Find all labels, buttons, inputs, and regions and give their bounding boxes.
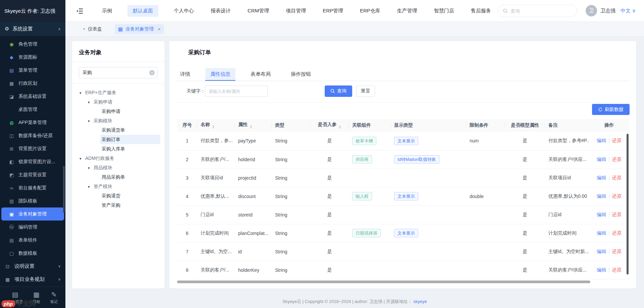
sidebar-item-system-base-settings[interactable]: ◪ 系统基础设置 [0,90,65,103]
tree-node-purchase-inbound-order[interactable]: 采购入库单 [72,144,164,153]
tab-details[interactable]: 详情 [175,68,195,81]
nav-item-report-design[interactable]: 报表设计 [209,5,232,17]
gauge-icon: ◔ [82,26,85,32]
reset-button[interactable]: 重置 [356,85,375,97]
nav-item-production[interactable]: 生产管理 [396,5,419,17]
keyword-input[interactable] [205,85,268,97]
tree-node-asset-purchase-return[interactable]: 采购退货 [72,191,164,200]
chevron-down-icon: ∨ [58,264,61,268]
tree-node-supplies-module[interactable]: ▾用品模块 [72,163,164,172]
restore-link[interactable]: 还原 [612,157,622,162]
edit-link[interactable]: 编辑 [597,230,606,236]
col-attr: 属性▲▼ [235,119,272,132]
edit-link[interactable]: 编辑 [597,193,606,199]
vertical-scrollbar[interactable] [627,134,629,274]
language-switcher[interactable]: 中文 ∨ [621,8,636,14]
tree-node-purchase-order[interactable]: 采购订单 [100,135,160,144]
sidebar-item-form-components[interactable]: ▤ 表单组件 [0,234,65,247]
tree-node-purchase-request[interactable]: 采购申请 [72,107,164,116]
nav-item-project[interactable]: 项目管理 [284,5,307,17]
search-icon [330,89,335,94]
nav-item-erp-warehouse[interactable]: ERP仓库 [359,5,382,17]
footer: Skyeye云 | Copyright © 2018~2024 | author… [65,299,644,305]
sidebar-item-desktop-management[interactable]: 桌面管理 [0,103,65,116]
restore-link[interactable]: 还原 [612,193,622,199]
sidebar-item-theme-background[interactable]: ◩ 主题背景设置 [0,168,65,181]
sidebar-item-encoding-management[interactable]: Ⓦ 编码管理 [0,221,65,234]
refresh-icon [598,107,603,112]
nav-item-default-desktop[interactable]: 默认桌面 [127,5,158,17]
restore-link[interactable]: 还原 [612,175,622,180]
restore-link[interactable]: 还原 [612,267,622,272]
sidebar-item-resource-icons[interactable]: ◆ 资源图标 [0,51,65,64]
tree-node-adm-service[interactable]: ▾ADM行政服务 [72,153,164,163]
sidebar-item-business-object-management[interactable]: ▣ 业务对象管理 [1,207,64,221]
tree-node-purchase-return-order[interactable]: 采购退货单 [72,125,164,135]
sidebar-item-db-backup-restore[interactable]: ◫ 数据库备份/还原 [0,129,65,142]
restore-link[interactable]: 还原 [612,230,622,236]
edit-link[interactable]: 编辑 [597,175,606,180]
tree-node-purchase-request-group[interactable]: ▾采购申请 [72,97,164,107]
chevron-down-icon: ∨ [632,8,636,13]
display-type-tag: 文本展示 [394,229,418,237]
nav-item-erp[interactable]: ERP管理 [321,5,344,17]
display-type-tag: 文本展示 [394,137,418,145]
sidebar-item-data-template[interactable]: ▢ 数据模板 [0,247,65,260]
sidebar-item-menu-management[interactable]: ▤ 菜单管理 [0,64,65,77]
nav-item-personal-center[interactable]: 个人中心 [172,5,195,17]
tree-node-supplies-purchase-order[interactable]: 用品采购单 [72,172,164,182]
columns-icon: ▥ [9,198,14,204]
sidebar-item-frontend-service-config[interactable]: ∞ 前台服务配置 [0,181,65,194]
edit-link[interactable]: 编辑 [597,138,606,143]
clear-icon[interactable]: × [149,70,155,75]
restore-link[interactable]: 还原 [612,138,622,143]
tab-action-buttons[interactable]: 操作按钮 [286,68,316,81]
caret-down-icon: ▾ [88,163,94,173]
tree-node-erp-production[interactable]: ▾ERP+生产服务 [72,88,164,97]
sidebar-item-team-template[interactable]: ▥ 团队模板 [0,194,65,207]
tab-business-object-management[interactable]: ▦ 业务对象管理 × [115,24,164,34]
close-icon[interactable]: × [158,26,161,32]
sidebar-scrollbar[interactable] [63,166,65,213]
edit-link[interactable]: 编辑 [597,267,606,272]
global-search-input[interactable] [511,8,564,14]
tree-search-input[interactable] [79,67,158,78]
avatar[interactable]: 卫 [586,5,597,16]
horizontal-scrollbar[interactable] [177,281,590,283]
caret-down-icon: ▾ [88,116,94,126]
opensource-link[interactable]: skyeye [413,299,427,304]
sidebar-group-project-business-planning[interactable]: ▦ 项目业务规划 ∨ [0,273,65,286]
col-component: 关联组件 [349,119,391,132]
sort-icon[interactable]: ▲▼ [339,125,341,129]
sidebar-collapse-icon[interactable] [75,7,84,15]
sort-icon[interactable]: ▲▼ [212,125,215,129]
sidebar-item-role-management[interactable]: ◉ 角色管理 [0,38,65,51]
tree-node-asset-module[interactable]: ▾资产模块 [72,182,164,191]
tab-dashboard[interactable]: ◔ 仪表盘 [79,24,105,34]
sidebar-item-app-menu-management[interactable]: ◍ APP菜单管理 [0,116,65,129]
nav-item-after-sales[interactable]: 售后服务 [470,5,492,17]
refresh-data-button[interactable]: 刷新数据 [592,104,630,115]
nav-item-examples[interactable]: 示例 [101,5,113,17]
edit-link[interactable]: 编辑 [597,212,606,217]
restore-link[interactable]: 还原 [612,249,622,254]
col-constraint: 限制条件 [466,119,505,132]
tree-node-asset-purchase[interactable]: 资产采购 [72,200,164,210]
dock-item-notes[interactable]: ✎ 笔记 [50,291,58,304]
tab-attribute-info[interactable]: 属性信息 [205,68,235,81]
sidebar-group-description-settings[interactable]: ⊡ 说明设置 ∨ [0,260,65,273]
sidebar-item-lockscreen-background[interactable]: ◧ 锁屏背景图片设... [0,155,65,168]
tab-form-layout[interactable]: 表单布局 [246,68,276,81]
sort-icon[interactable]: ▲▼ [250,125,252,129]
tree-node-purchase-module[interactable]: ▾采购模块 [72,116,164,125]
nav-item-smart-store[interactable]: 智慧门店 [433,5,455,17]
search-button[interactable]: 查询 [325,85,352,97]
edit-link[interactable]: 编辑 [597,157,606,162]
sidebar-group-system-settings[interactable]: ⚙ 系统设置 ∧ [0,22,65,36]
edit-link[interactable]: 编辑 [597,249,606,254]
sidebar-item-admin-district[interactable]: ▩ 行政区划 [0,77,65,90]
nav-item-crm[interactable]: CRM管理 [246,5,270,17]
sidebar-item-background-image-settings[interactable]: ⊞ 背景图片设置 [0,142,65,155]
keyword-label: 关键字： [186,88,205,94]
restore-link[interactable]: 还原 [612,212,622,217]
